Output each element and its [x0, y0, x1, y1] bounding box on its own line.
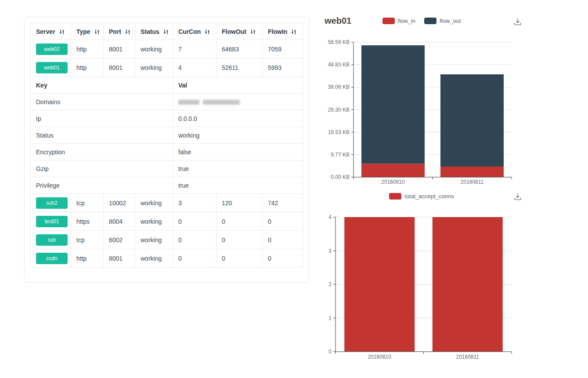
y-tick-label: 39.06 KB: [328, 84, 350, 90]
bar-flow_out-20160810: [361, 45, 425, 164]
bar-total_accept_conns-20160810: [344, 217, 415, 352]
bar-total_accept_conns-20160811: [433, 217, 503, 352]
y-tick-label: 2: [328, 281, 332, 287]
y-tick-label: 9.77 KB: [331, 152, 350, 158]
y-tick-label: 48.83 KB: [328, 62, 350, 68]
charts-canvas: 0.00 KB9.77 KB19.53 KB29.30 KB39.06 KB48…: [0, 0, 588, 378]
x-tick-label: 20160810: [381, 179, 405, 185]
y-tick-label: 3: [328, 248, 332, 254]
bar-flow_in-20160810: [361, 164, 425, 177]
x-tick-label: 20160811: [456, 354, 480, 360]
y-tick-label: 19.53 KB: [328, 129, 350, 135]
bars: [361, 45, 504, 177]
y-tick-label: 4: [328, 214, 332, 220]
y-tick-label: 58.59 KB: [328, 39, 350, 45]
bar-flow_in-20160811: [440, 167, 504, 177]
flow-chart: 0.00 KB9.77 KB19.53 KB29.30 KB39.06 KB48…: [328, 39, 512, 185]
conns-chart: 012342016081020160811: [328, 214, 512, 360]
dashboard-page: ServerTypePortStatusCurConFlowOutFlowIn …: [0, 0, 588, 378]
y-tick-label: 1: [328, 315, 332, 321]
y-tick-label: 0: [328, 349, 332, 355]
y-tick-label: 0.00 KB: [331, 174, 350, 180]
x-tick-label: 20160810: [368, 354, 392, 360]
bar-flow_out-20160811: [440, 74, 504, 167]
x-tick-label: 20160811: [461, 179, 484, 185]
y-tick-label: 29.30 KB: [328, 107, 350, 113]
